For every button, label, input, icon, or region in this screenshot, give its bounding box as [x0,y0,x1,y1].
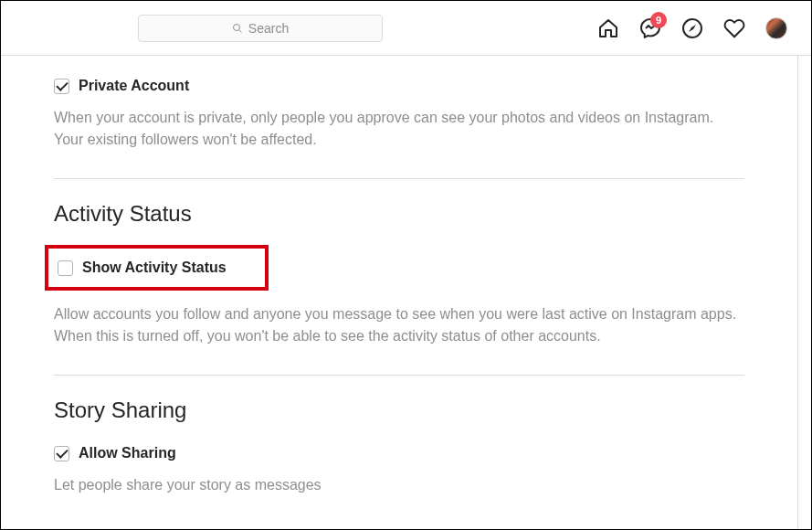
show-activity-status-label: Show Activity Status [82,260,227,276]
divider [54,375,744,376]
svg-point-0 [233,24,239,30]
allow-sharing-toggle[interactable]: Allow Sharing [54,445,744,461]
notification-badge: 9 [650,12,667,28]
header-bar: Search 9 [1,1,811,56]
divider [54,178,744,179]
nav-icons: 9 [597,17,793,39]
story-sharing-desc: Let people share your story as messages [54,474,744,496]
svg-line-1 [238,29,241,32]
home-button[interactable] [597,17,619,39]
settings-panel: Private Account When your account is pri… [1,56,798,529]
activity-button[interactable] [723,17,745,39]
search-input[interactable]: Search [138,15,383,42]
private-account-label: Private Account [79,78,189,94]
show-activity-status-toggle[interactable]: Show Activity Status [58,260,227,276]
private-account-desc: When your account is private, only peopl… [54,107,744,151]
activity-status-title: Activity Status [54,201,744,227]
home-icon [597,17,619,39]
highlight-annotation: Show Activity Status [45,245,269,291]
allow-sharing-label: Allow Sharing [79,445,176,461]
story-sharing-title: Story Sharing [54,398,744,423]
explore-button[interactable] [681,17,703,39]
search-placeholder: Search [248,21,289,36]
private-account-toggle[interactable]: Private Account [54,78,744,94]
checkbox-checked-icon [54,446,69,461]
avatar [765,17,787,39]
profile-button[interactable] [765,17,787,39]
svg-marker-3 [689,25,696,32]
messages-button[interactable]: 9 [639,17,661,39]
heart-icon [723,17,745,39]
checkbox-checked-icon [54,79,69,94]
search-icon [232,23,243,34]
activity-status-desc: Allow accounts you follow and anyone you… [54,303,744,347]
compass-icon [681,17,703,39]
checkbox-unchecked-icon [58,260,73,276]
